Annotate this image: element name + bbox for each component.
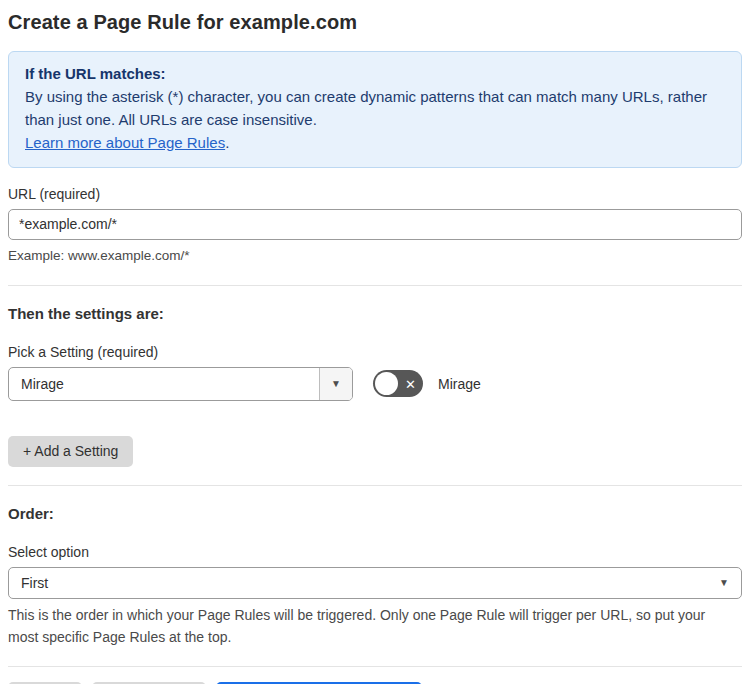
url-input[interactable] bbox=[8, 209, 742, 240]
setting-row: Mirage ▼ ✕ Mirage bbox=[8, 367, 742, 401]
chevron-down-icon: ▼ bbox=[331, 379, 341, 389]
divider bbox=[8, 666, 742, 667]
learn-more-link[interactable]: Learn more about Page Rules bbox=[25, 134, 225, 151]
order-select-value: First bbox=[21, 575, 48, 591]
settings-section-heading: Then the settings are: bbox=[8, 305, 742, 322]
url-field-helper: Example: www.example.com/* bbox=[8, 246, 742, 267]
info-box-body: By using the asterisk (*) character, you… bbox=[25, 86, 725, 132]
add-setting-button[interactable]: + Add a Setting bbox=[8, 436, 133, 467]
divider bbox=[8, 485, 742, 486]
toggle-off-icon: ✕ bbox=[405, 377, 416, 390]
chevron-down-icon: ▼ bbox=[719, 578, 729, 588]
order-section-heading: Order: bbox=[8, 505, 742, 522]
toggle-knob bbox=[375, 372, 398, 395]
toggle-label: Mirage bbox=[438, 376, 481, 392]
setting-select[interactable]: Mirage ▼ bbox=[8, 367, 353, 401]
mirage-toggle[interactable]: ✕ bbox=[373, 370, 423, 397]
order-select-label: Select option bbox=[8, 544, 742, 560]
setting-select-arrow-button[interactable]: ▼ bbox=[319, 368, 352, 400]
url-match-info-box: If the URL matches: By using the asteris… bbox=[8, 51, 742, 168]
setting-picker-label: Pick a Setting (required) bbox=[8, 344, 742, 360]
order-select[interactable]: First ▼ bbox=[8, 567, 742, 599]
order-helper-text: This is the order in which your Page Rul… bbox=[8, 604, 728, 649]
link-period: . bbox=[225, 134, 229, 151]
url-field-label: URL (required) bbox=[8, 186, 742, 202]
info-box-link-line: Learn more about Page Rules. bbox=[25, 132, 725, 155]
page-title: Create a Page Rule for example.com bbox=[8, 11, 742, 34]
divider bbox=[8, 285, 742, 286]
setting-select-value: Mirage bbox=[9, 376, 319, 392]
info-box-heading: If the URL matches: bbox=[25, 63, 725, 86]
